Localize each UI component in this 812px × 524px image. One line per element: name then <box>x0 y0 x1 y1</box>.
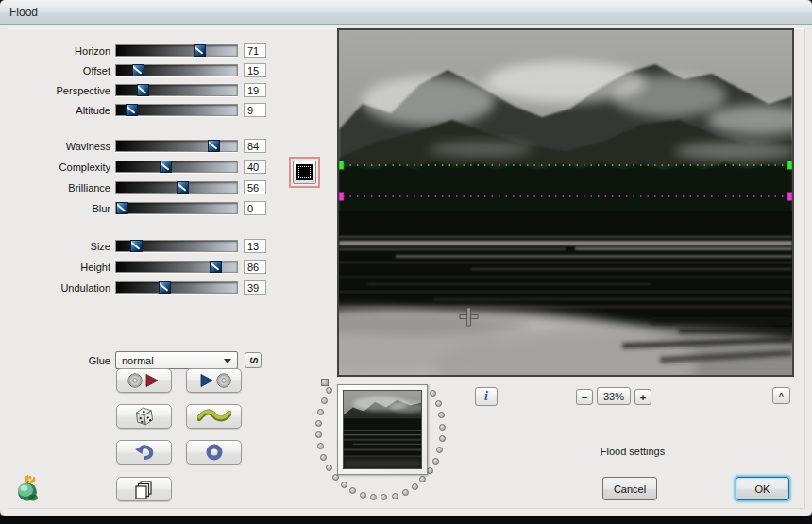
memory-dot[interactable] <box>430 390 436 397</box>
dialog-window: Flood Horizon71Offset15Perspective19Alti… <box>0 0 812 516</box>
title-bar[interactable]: Flood <box>0 0 812 25</box>
memory-dot[interactable] <box>438 412 445 418</box>
cancel-button[interactable]: Cancel <box>602 477 657 500</box>
minus-icon: − <box>582 392 587 403</box>
flood-plugin-dialog: Flood Horizon71Offset15Perspective19Alti… <box>0 0 812 524</box>
memory-dot[interactable] <box>317 443 324 449</box>
memory-dot[interactable] <box>360 492 366 499</box>
memory-dot[interactable] <box>439 435 446 442</box>
memory-dot[interactable] <box>341 482 347 488</box>
memory-dot[interactable] <box>427 467 433 474</box>
memory-dot[interactable] <box>432 458 439 465</box>
window-title: Flood <box>9 6 38 19</box>
memory-dot[interactable] <box>402 489 409 496</box>
memory-dot[interactable] <box>326 387 332 394</box>
thumbnail-image <box>343 390 422 469</box>
plus-icon: + <box>640 392 646 403</box>
memory-dot[interactable] <box>321 397 328 404</box>
memory-dot[interactable] <box>370 494 377 500</box>
memory-dot[interactable] <box>315 431 322 438</box>
memory-dot[interactable] <box>392 493 398 499</box>
memory-dot[interactable] <box>320 454 327 461</box>
caret-up-icon: ^ <box>779 391 784 400</box>
memory-dot[interactable] <box>419 476 426 482</box>
memory-dot[interactable] <box>439 424 446 431</box>
memory-dot[interactable] <box>315 420 322 427</box>
settings-label: Flood settings <box>557 446 708 457</box>
zoom-out-button[interactable]: − <box>576 389 593 405</box>
zoom-in-button[interactable]: + <box>634 389 651 405</box>
memory-dot[interactable] <box>435 400 442 407</box>
ok-button[interactable]: OK <box>736 477 789 500</box>
memory-dot[interactable] <box>349 487 356 494</box>
memory-dot[interactable] <box>317 409 324 415</box>
caret-button[interactable]: ^ <box>772 387 790 404</box>
memory-dot[interactable] <box>436 447 443 453</box>
dialog-client-area: Horizon71Offset15Perspective19Altitude9 … <box>0 25 812 516</box>
memory-dot[interactable] <box>326 465 332 471</box>
memory-dot[interactable] <box>381 494 387 500</box>
memory-dot[interactable] <box>412 483 418 490</box>
info-button[interactable]: i <box>475 387 498 406</box>
zoom-level-display[interactable]: 33% <box>597 387 631 405</box>
thumbnail-frame[interactable] <box>337 384 428 475</box>
info-icon: i <box>484 389 488 404</box>
